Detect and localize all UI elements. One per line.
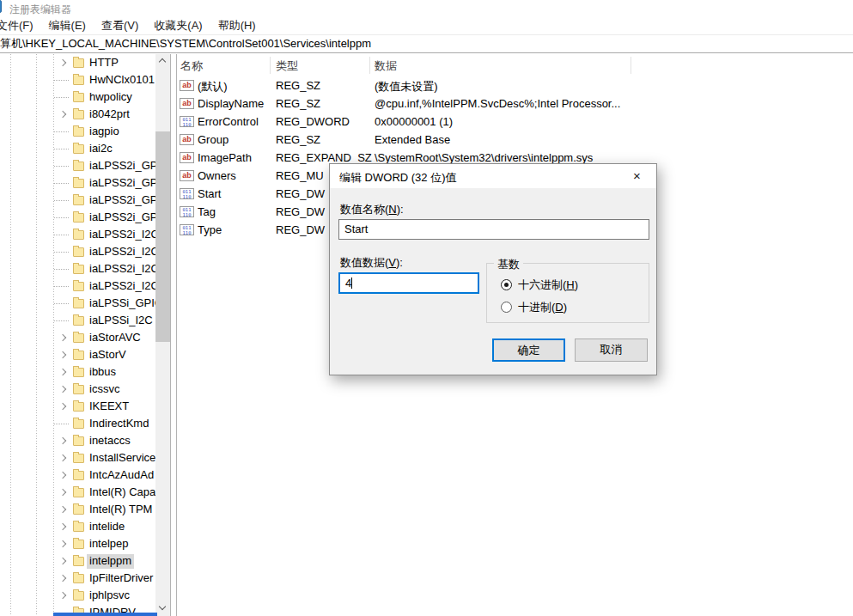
tree-item[interactable]: intelide <box>0 518 171 535</box>
tree-item[interactable]: Intel(R) Capa <box>0 484 171 501</box>
tree-item-label: HTTP <box>87 56 121 70</box>
chevron-right-icon[interactable] <box>59 540 66 547</box>
folder-icon <box>73 591 84 601</box>
access-key: H <box>566 278 574 291</box>
tree-scrollbar <box>155 54 170 616</box>
folder-icon <box>73 247 84 257</box>
column-separator[interactable] <box>369 57 370 74</box>
value-row[interactable]: abDisplayNameREG_SZ@cpu.inf,%IntelPPM.Sv… <box>177 95 853 113</box>
tree-item[interactable]: icssvc <box>0 381 171 398</box>
chevron-right-icon[interactable] <box>59 558 66 564</box>
chevron-right-icon[interactable] <box>59 575 66 582</box>
chevron-right-icon[interactable] <box>59 472 66 479</box>
folder-icon <box>73 557 84 566</box>
chevron-right-icon[interactable] <box>59 351 66 358</box>
tree-item[interactable]: iaLPSSi_GPIO <box>0 295 171 312</box>
chevron-right-icon[interactable] <box>59 437 66 444</box>
value-row[interactable]: abGroupREG_SZExtended Base <box>177 131 853 149</box>
value-type: REG_MU <box>276 169 324 182</box>
tree-item[interactable]: IKEEXT <box>0 398 171 415</box>
tree-item[interactable]: ibbus <box>0 363 171 381</box>
tree-item[interactable]: IndirectKmd <box>0 415 171 432</box>
tree-item[interactable]: InstallService <box>0 449 171 467</box>
tree-item[interactable]: intelpep <box>0 535 171 552</box>
tree-item[interactable]: iai2c <box>0 140 171 157</box>
tree-item[interactable]: iaLPSS2i_GPIO <box>0 157 171 174</box>
value-name: Group <box>198 133 228 146</box>
address-bar[interactable] <box>0 38 853 51</box>
chevron-right-icon[interactable] <box>59 489 66 496</box>
scroll-up-button[interactable] <box>155 54 170 69</box>
column-header[interactable]: 名称 <box>180 58 203 74</box>
access-key: D <box>555 301 563 314</box>
column-separator[interactable] <box>631 57 631 74</box>
chevron-right-icon[interactable] <box>59 592 66 599</box>
tree-item[interactable]: iaLPSSi_I2C <box>0 312 171 329</box>
dword-value-icon: 011 110 <box>180 188 194 199</box>
label-text: 数值数据( <box>340 256 388 269</box>
tree-item[interactable]: HwNClx0101 <box>0 71 171 88</box>
tree-item[interactable]: iagpio <box>0 123 171 140</box>
chevron-right-icon[interactable] <box>59 403 66 410</box>
column-separator[interactable] <box>270 57 271 74</box>
cancel-button[interactable]: 取消 <box>575 338 648 362</box>
tree-item[interactable]: Intel(R) TPM <box>0 501 171 518</box>
radio-button[interactable] <box>501 302 512 313</box>
tree-item[interactable]: iaLPSS2i_GPIO <box>0 192 171 209</box>
tree-item[interactable]: iaStorAVC <box>0 329 171 346</box>
folder-icon <box>73 93 84 102</box>
chevron-right-icon[interactable] <box>59 111 66 118</box>
chevron-right-icon[interactable] <box>59 334 66 341</box>
chevron-right-icon[interactable] <box>59 369 66 375</box>
tree-item[interactable]: iaLPSS2i_I2C <box>0 226 171 243</box>
dword-value-icon: 011 110 <box>180 224 194 235</box>
tree-item[interactable]: iaLPSS2i_I2C_ <box>0 243 171 260</box>
tree-item[interactable]: iaLPSS2i_I2C_ <box>0 278 171 295</box>
ok-button[interactable]: 确定 <box>492 338 565 362</box>
chevron-right-icon[interactable] <box>59 386 66 393</box>
tree-item[interactable]: hwpolicy <box>0 88 171 106</box>
tree-item[interactable]: iaLPSS2i_GPIO <box>0 209 171 226</box>
tree-item[interactable]: intelppm <box>0 552 171 570</box>
value-name: Start <box>198 187 221 200</box>
menu-item[interactable]: 帮助(H) <box>210 17 264 34</box>
value-data-field[interactable]: 4 <box>338 272 479 294</box>
chevron-right-icon[interactable] <box>59 506 66 513</box>
tree-item[interactable]: iphlpsvc <box>0 587 171 604</box>
tree-item[interactable]: iaLPSS2i_GPIO <box>0 174 171 192</box>
folder-icon <box>73 196 84 205</box>
value-type: REG_EXPAND_SZ <box>276 151 372 164</box>
chevron-right-icon[interactable] <box>59 454 66 461</box>
radio-hexadecimal[interactable]: 十六进制(H) <box>501 278 578 291</box>
tree-item[interactable]: inetaccs <box>0 432 171 449</box>
tree-item-label: iaLPSS2i_I2C_ <box>87 245 155 259</box>
tree-item[interactable]: iaStorV <box>0 346 171 363</box>
tree-item[interactable]: i8042prt <box>0 106 171 123</box>
menu-item[interactable]: 文件(F) <box>0 17 41 34</box>
value-row[interactable]: 011 110ErrorControlREG_DWORD0x00000001 (… <box>177 113 853 131</box>
tree-item[interactable]: HTTP <box>0 54 171 71</box>
close-icon[interactable]: × <box>618 164 656 188</box>
column-header[interactable]: 类型 <box>276 58 298 74</box>
radio-button[interactable] <box>501 279 512 290</box>
radio-label: 十进制(D) <box>518 301 567 314</box>
tree-pane: HTTPHwNClx0101hwpolicyi8042prtiagpioiai2… <box>0 54 171 616</box>
menu-item[interactable]: 收藏夹(A) <box>146 17 210 34</box>
tree-item[interactable]: iaLPSS2i_I2C_ <box>0 260 171 278</box>
scroll-down-button[interactable] <box>155 601 170 616</box>
menu-item[interactable]: 编辑(E) <box>41 17 94 34</box>
folder-icon <box>73 110 84 119</box>
tree-connector <box>54 303 69 304</box>
scrollbar-thumb[interactable] <box>155 131 170 342</box>
radio-decimal[interactable]: 十进制(D) <box>501 300 567 314</box>
column-header[interactable]: 数据 <box>375 58 397 74</box>
value-row[interactable]: ab(默认)REG_SZ(数值未设置) <box>177 76 853 95</box>
value-name-field[interactable]: Start <box>338 219 649 240</box>
tree-item[interactable]: IpFilterDriver <box>0 570 171 587</box>
tree-item[interactable]: IntcAzAudAd <box>0 467 171 484</box>
chevron-right-icon[interactable] <box>59 523 66 530</box>
folder-icon <box>73 368 84 377</box>
folder-icon <box>73 574 84 583</box>
chevron-right-icon[interactable] <box>59 59 66 66</box>
menu-item[interactable]: 查看(V) <box>94 17 146 34</box>
